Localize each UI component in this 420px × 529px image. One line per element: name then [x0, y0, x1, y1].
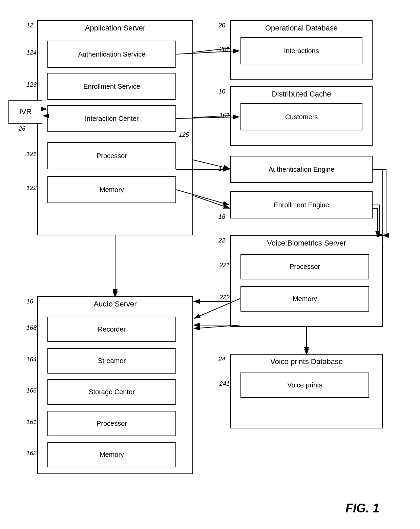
- auth-engine-label: Authentication Engine: [269, 166, 335, 173]
- memory-vbs-box: Memory: [240, 286, 369, 312]
- recorder-box: Recorder: [47, 317, 176, 342]
- label-168: 168: [26, 324, 37, 332]
- label-121: 121: [26, 151, 37, 158]
- label-201: 201: [219, 46, 230, 53]
- processor-app-box: Processor: [47, 142, 176, 169]
- ivr-box: IVR: [8, 100, 42, 124]
- enrollment-service-box: Enrollment Service: [47, 73, 176, 100]
- label-16: 16: [26, 298, 33, 305]
- enrollment-service-label: Enrollment Service: [83, 83, 140, 90]
- label-166: 166: [26, 387, 37, 394]
- diagram: Application Server 12 Authentication Ser…: [0, 0, 420, 529]
- processor-audio-box: Processor: [47, 411, 176, 436]
- voice-bio-title: Voice Biometrics Server: [231, 239, 382, 248]
- processor-app-label: Processor: [97, 152, 127, 160]
- label-10: 10: [218, 88, 225, 95]
- memory-audio-box: Memory: [47, 442, 176, 467]
- app-server-title: Application Server: [38, 24, 192, 33]
- label-122: 122: [26, 185, 37, 192]
- interactions-label: Interactions: [284, 47, 319, 55]
- label-222: 222: [219, 294, 230, 301]
- auth-service-label: Authentication Service: [78, 50, 145, 58]
- label-12: 12: [26, 22, 33, 29]
- label-22: 22: [218, 237, 225, 244]
- label-101: 101: [219, 112, 230, 119]
- dist-cache-title: Distributed Cache: [231, 90, 372, 99]
- label-125: 125: [179, 131, 189, 139]
- audio-server-title: Audio Server: [38, 300, 192, 309]
- customers-label: Customers: [285, 113, 318, 121]
- streamer-box: Streamer: [47, 348, 176, 374]
- interaction-center-label: Interaction Center: [85, 115, 139, 123]
- label-24: 24: [218, 356, 225, 363]
- label-241: 241: [219, 380, 230, 387]
- interactions-box: Interactions: [240, 37, 362, 64]
- op-db-title: Operational Database: [231, 24, 372, 33]
- label-161: 161: [26, 419, 37, 426]
- memory-vbs-label: Memory: [293, 295, 317, 303]
- customers-box: Customers: [240, 103, 362, 130]
- auth-service-box: Authentication Service: [47, 41, 176, 68]
- enrollment-engine-box: Enrollment Engine: [230, 191, 373, 218]
- recorder-label: Recorder: [98, 325, 126, 333]
- memory-app-label: Memory: [100, 186, 124, 194]
- voice-prints-db-title: Voice prints Database: [231, 357, 382, 366]
- voice-prints-label: Voice prints: [287, 381, 322, 389]
- streamer-label: Streamer: [98, 357, 126, 365]
- storage-center-box: Storage Center: [47, 379, 176, 405]
- storage-center-label: Storage Center: [89, 388, 135, 396]
- interaction-center-box: Interaction Center: [47, 105, 176, 132]
- label-18: 18: [218, 213, 225, 220]
- enrollment-engine-label: Enrollment Engine: [274, 201, 329, 209]
- memory-audio-label: Memory: [100, 451, 124, 459]
- fig-label: FIG. 1: [345, 501, 379, 515]
- voice-bio-server-box: Voice Biometrics Server: [230, 235, 383, 327]
- label-162: 162: [26, 450, 37, 457]
- memory-app-box: Memory: [47, 176, 176, 203]
- voice-prints-box: Voice prints: [240, 373, 369, 398]
- label-14: 14: [218, 165, 225, 172]
- auth-engine-box: Authentication Engine: [230, 156, 373, 183]
- processor-vbs-label: Processor: [290, 263, 320, 271]
- label-124: 124: [26, 49, 37, 56]
- label-164: 164: [26, 356, 37, 363]
- processor-vbs-box: Processor: [240, 254, 369, 279]
- label-20: 20: [218, 22, 225, 29]
- ivr-label: IVR: [19, 107, 32, 116]
- label-26: 26: [19, 125, 25, 132]
- label-123: 123: [26, 81, 37, 88]
- label-221: 221: [219, 262, 230, 269]
- processor-audio-label: Processor: [97, 420, 127, 427]
